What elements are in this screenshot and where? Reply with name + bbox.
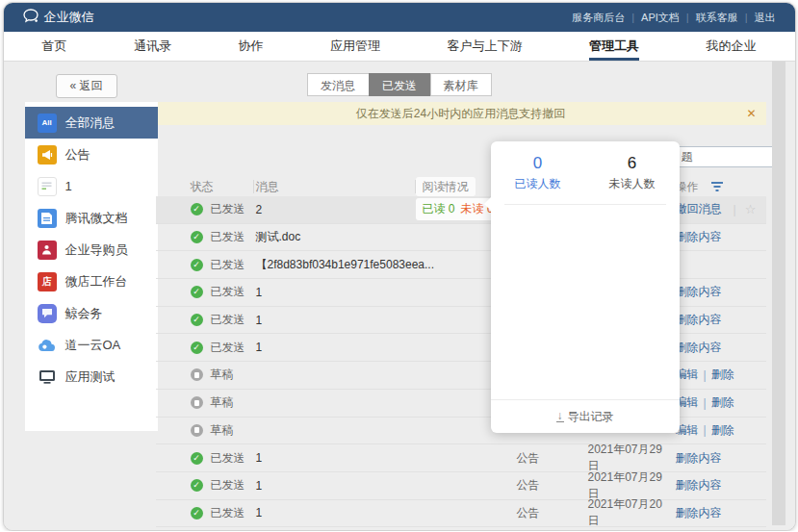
sidebar-item-label: 企业导购员 (65, 241, 128, 259)
action-link[interactable]: 删除内容 (676, 505, 722, 521)
action-separator: | (704, 423, 707, 437)
status-label: 已发送 (211, 229, 245, 245)
all-badge-icon: All (38, 114, 57, 133)
action-cell: 删除内容 (674, 450, 766, 467)
sent-check-icon: ✓ (191, 203, 203, 215)
action-link[interactable]: 删除内容 (676, 312, 722, 328)
sidebar-item-label: 腾讯微文档 (65, 210, 128, 227)
blue-doc-icon (38, 209, 57, 228)
message-cell: 1 (254, 451, 416, 465)
tab-send-message[interactable]: 发消息 (307, 73, 369, 96)
status-label: 已发送 (211, 505, 245, 521)
header-status: 状态 (156, 180, 254, 193)
type-cell: 公告 (512, 450, 579, 467)
link-service-provider[interactable]: 服务商后台 (572, 11, 625, 25)
link-logout[interactable]: 退出 (755, 11, 776, 25)
status-label: 草稿 (211, 422, 234, 439)
sent-check-icon: ✓ (191, 342, 203, 354)
header-message: 消息 (254, 180, 416, 193)
action-cell: 编辑|删除 (674, 394, 766, 411)
action-cell: 编辑|删除 (674, 422, 766, 439)
sidebar-item-4[interactable]: 企业导购员 (25, 234, 158, 266)
notice-bar: 仅在发送后24小时内的应用消息支持撤回 ✕ (156, 102, 766, 125)
nav-item-1[interactable]: 通讯录 (134, 32, 171, 61)
link-separator: | (745, 12, 748, 23)
search-input[interactable] (676, 146, 776, 167)
message-cell: 1 (254, 341, 416, 354)
nav-item-0[interactable]: 首页 (42, 32, 67, 61)
tab-sent[interactable]: 已发送 (369, 73, 430, 96)
read-count-label: 已读人数 (491, 176, 585, 192)
sidebar-item-3[interactable]: 腾讯微文档 (25, 202, 158, 234)
popup-divider (504, 204, 666, 205)
action-link[interactable]: 删除内容 (676, 229, 722, 245)
draft-icon (191, 424, 203, 437)
sidebar-item-0[interactable]: All全部消息 (25, 107, 158, 139)
table-row: ✓已发送1公告2021年07月29日删除内容 (156, 444, 766, 472)
star-icon[interactable]: ☆ (745, 202, 757, 216)
app-logo: 企业微信 (23, 9, 94, 26)
read-count-stat: 0 已读人数 (491, 154, 585, 192)
action-link[interactable]: 撤回消息 (676, 201, 722, 217)
action-link[interactable]: 删除内容 (676, 340, 722, 356)
nav-item-6[interactable]: 我的企业 (707, 32, 757, 61)
link-api-docs[interactable]: API文档 (641, 11, 680, 25)
action-link[interactable]: 删除 (711, 394, 734, 411)
sidebar-item-2[interactable]: 1 (25, 170, 158, 202)
nav-item-3[interactable]: 应用管理 (330, 32, 380, 61)
filter-icon[interactable] (710, 182, 724, 195)
sidebar-item-1[interactable]: 公告 (25, 139, 158, 170)
status-label: 已发送 (211, 201, 245, 217)
action-cell: 删除内容 (674, 505, 766, 521)
scrollbar[interactable] (772, 62, 785, 525)
topbar-links: 服务商后台 | API文档 | 联系客服 | 退出 (572, 11, 775, 25)
sent-check-icon: ✓ (191, 479, 203, 492)
action-cell: 删除内容 (674, 312, 766, 328)
status-label: 已发送 (211, 340, 245, 356)
sent-check-icon: ✓ (191, 231, 203, 243)
sidebar-item-5[interactable]: 店微店工作台 (25, 266, 158, 297)
nav-item-4[interactable]: 客户与上下游 (448, 32, 523, 61)
type-cell: 公告 (512, 477, 579, 494)
sent-check-icon: ✓ (191, 507, 203, 519)
close-icon[interactable]: ✕ (746, 102, 756, 125)
message-cell: 1 (254, 506, 416, 519)
link-contact-support[interactable]: 联系客服 (696, 11, 738, 25)
status-label: 已发送 (211, 312, 245, 328)
read-count-value: 0 (491, 154, 585, 173)
back-button[interactable]: « 返回 (56, 74, 117, 98)
sent-check-icon: ✓ (191, 314, 203, 326)
nav-item-5[interactable]: 管理工具 (589, 32, 639, 61)
sidebar-item-8[interactable]: 应用测试 (25, 361, 158, 393)
action-cell: 删除内容 (674, 284, 766, 300)
status-label: 已发送 (211, 477, 245, 494)
action-link[interactable]: 删除 (711, 422, 734, 439)
action-cell: 编辑|删除 (674, 367, 766, 383)
action-cell: 撤回消息|☆ (674, 201, 766, 217)
action-separator: | (734, 203, 736, 216)
action-link[interactable]: 删除内容 (676, 450, 722, 467)
draft-icon (191, 396, 203, 409)
table-row: ✓已发送1公告2021年07月29日删除内容 (156, 472, 766, 500)
export-records-button[interactable]: ↓ 导出记录 (491, 399, 680, 433)
sent-check-icon: ✓ (191, 452, 203, 465)
action-cell: 删除内容 (674, 477, 766, 494)
sent-check-icon: ✓ (191, 286, 203, 298)
sidebar-item-7[interactable]: 道一云OA (25, 329, 158, 361)
status-label: 草稿 (211, 367, 234, 383)
action-link[interactable]: 删除 (711, 367, 734, 383)
action-link[interactable]: 删除内容 (676, 284, 722, 300)
tab-materials[interactable]: 素材库 (430, 73, 492, 96)
unread-count-label: 未读人数 (585, 176, 680, 192)
popup-stats: 0 已读人数 6 未读人数 (491, 141, 680, 192)
sent-check-icon: ✓ (191, 259, 203, 271)
sidebar-item-6[interactable]: 鲸会务 (25, 297, 158, 329)
nav-item-2[interactable]: 协作 (239, 32, 264, 61)
action-link[interactable]: 删除内容 (676, 477, 722, 494)
draft-icon (191, 368, 203, 381)
topbar: 企业微信 服务商后台 | API文档 | 联系客服 | 退出 (4, 3, 795, 32)
sidebar-item-label: 鲸会务 (65, 305, 103, 322)
action-cell: 删除内容 (674, 229, 766, 245)
message-cell: 1 (254, 314, 416, 327)
shop-icon: 店 (38, 272, 57, 291)
